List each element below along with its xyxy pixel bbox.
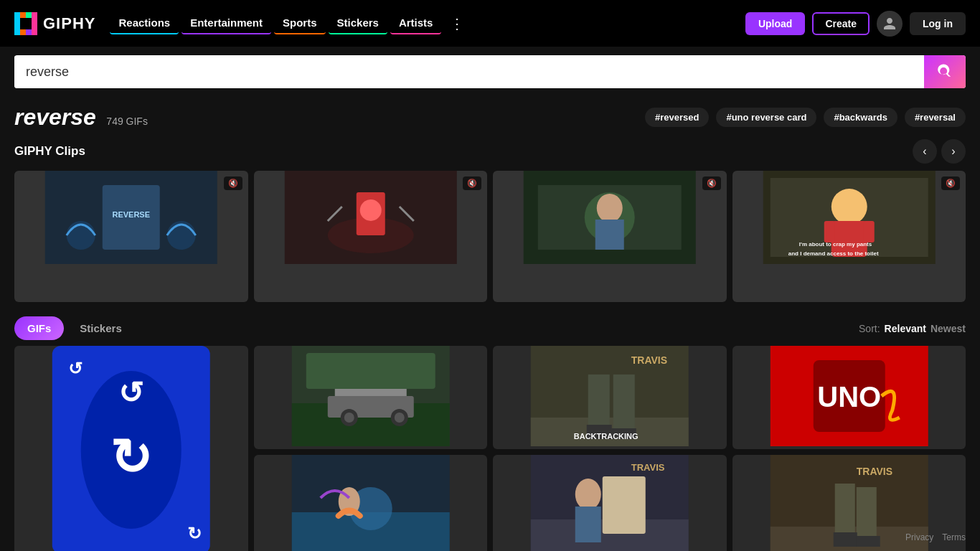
create-button[interactable]: Create [812, 12, 870, 35]
svg-text:↻: ↻ [110, 430, 152, 486]
logo-text: GIPHY [43, 14, 95, 33]
hashtag-backwards[interactable]: #backwards [824, 108, 897, 127]
tab-gifs[interactable]: GIFs [14, 316, 64, 340]
svg-rect-51 [613, 375, 635, 432]
clip-1-visual: REVERSE [14, 171, 248, 264]
gif-4-visual: UNO [732, 346, 966, 446]
main-nav: Reactions Entertainment Sports Stickers … [110, 12, 730, 35]
svg-rect-74 [856, 536, 880, 547]
hashtag-uno-reverse[interactable]: #uno reverse card [716, 108, 816, 127]
results-term: reverse [14, 104, 96, 130]
gif-5-visual [254, 455, 488, 551]
clip-item[interactable]: I'm about to crap my pants and I demand … [732, 171, 966, 302]
clip-3-mute[interactable]: 🔇 [702, 176, 721, 190]
gif-item[interactable] [254, 346, 488, 449]
svg-point-17 [359, 199, 381, 221]
content-type-tabs: GIFs Stickers [14, 316, 135, 340]
sort-bar: Sort: Relevant Newest [859, 323, 966, 334]
svg-text:TRAVIS: TRAVIS [631, 462, 665, 473]
tab-stickers[interactable]: Stickers [67, 316, 134, 340]
svg-rect-30 [863, 221, 874, 242]
gif-2-visual [254, 346, 488, 446]
svg-rect-1 [20, 12, 26, 18]
svg-rect-73 [833, 532, 857, 547]
clips-prev-button[interactable]: ‹ [913, 139, 937, 164]
svg-point-23 [597, 194, 623, 222]
gif-grid: ↺ ↻ ↺ ↻ TRAVIS BAC [0, 346, 980, 551]
nav-item-stickers[interactable]: Stickers [329, 12, 387, 34]
svg-rect-6 [20, 29, 26, 35]
svg-rect-7 [26, 29, 32, 35]
clips-next-button[interactable]: › [941, 139, 966, 164]
svg-text:TRAVIS: TRAVIS [631, 354, 667, 366]
clip-item[interactable]: 🔇 [493, 171, 727, 302]
svg-rect-5 [14, 29, 20, 35]
logo[interactable]: GIPHY [14, 12, 95, 35]
clip-nav-arrows: ‹ › [913, 139, 966, 164]
upload-button[interactable]: Upload [745, 12, 805, 35]
svg-text:and I demand access to the toi: and I demand access to the toilet [788, 250, 878, 257]
search-bar [0, 47, 980, 97]
clips-grid: REVERSE 🔇 🔇 [14, 171, 966, 302]
clip-1-mute[interactable]: 🔇 [224, 176, 242, 190]
privacy-link[interactable]: Privacy [905, 532, 933, 542]
user-avatar[interactable] [877, 11, 903, 37]
sort-newest[interactable]: Newest [930, 323, 966, 334]
footer-links: Privacy Terms [905, 532, 966, 542]
clip-4-visual: I'm about to crap my pants and I demand … [732, 171, 966, 264]
svg-text:I'm about to crap my pants: I'm about to crap my pants [798, 241, 872, 248]
search-button[interactable] [924, 55, 966, 88]
svg-point-46 [394, 413, 404, 423]
mute-icon: 🔇 [946, 179, 956, 188]
clip-4-mute[interactable]: 🔇 [941, 176, 960, 190]
header-actions: Upload Create Log in [745, 11, 966, 37]
hashtag-list: #reversed #uno reverse card #backwards #… [645, 108, 966, 127]
nav-item-reactions[interactable]: Reactions [110, 12, 179, 34]
results-header: reverse 749 GIFs #reversed #uno reverse … [0, 97, 980, 136]
hashtag-reversal[interactable]: #reversal [905, 108, 966, 127]
hashtag-reversed[interactable]: #reversed [645, 108, 709, 127]
svg-rect-2 [26, 12, 32, 18]
clips-header: GIPHY Clips ‹ › [14, 139, 966, 164]
clip-2-visual [254, 171, 488, 264]
svg-rect-24 [595, 220, 624, 250]
nav-more-icon[interactable]: ⋮ [444, 12, 470, 35]
nav-item-artists[interactable]: Artists [390, 12, 442, 34]
svg-text:↻: ↻ [187, 524, 202, 543]
gif-item[interactable]: UNO [732, 346, 966, 449]
mute-icon: 🔇 [707, 179, 717, 188]
login-button[interactable]: Log in [910, 12, 966, 35]
svg-rect-71 [834, 484, 854, 537]
clip-item[interactable]: REVERSE 🔇 [14, 171, 248, 302]
gif-item[interactable] [254, 455, 488, 551]
search-icon [937, 64, 953, 80]
svg-text:BACKTRACKING: BACKTRACKING [574, 432, 639, 441]
gif-item[interactable]: ↺ ↻ ↺ ↻ [14, 346, 248, 551]
svg-rect-4 [14, 18, 20, 29]
sort-relevant[interactable]: Relevant [885, 323, 926, 334]
svg-rect-47 [306, 353, 435, 389]
svg-text:TRAVIS: TRAVIS [856, 466, 892, 477]
gif-6-visual: TRAVIS [493, 455, 727, 551]
mute-icon: 🔇 [467, 179, 477, 188]
svg-point-44 [344, 413, 354, 423]
search-input[interactable] [14, 56, 924, 88]
nav-item-sports[interactable]: Sports [274, 12, 326, 34]
gif-item[interactable]: TRAVIS [493, 455, 727, 551]
svg-rect-67 [575, 507, 601, 542]
clip-2-mute[interactable]: 🔇 [463, 176, 481, 190]
clip-item[interactable]: 🔇 [254, 171, 488, 302]
gif-tabs: GIFs Stickers Sort: Relevant Newest [0, 311, 980, 346]
svg-rect-8 [32, 18, 37, 35]
user-icon [882, 17, 897, 31]
gif-1-visual: ↺ ↻ ↺ ↻ [14, 346, 248, 551]
nav-item-entertainment[interactable]: Entertainment [182, 12, 271, 34]
terms-link[interactable]: Terms [942, 532, 966, 542]
results-title-group: reverse 749 GIFs [14, 104, 148, 131]
svg-text:↺: ↺ [118, 376, 143, 410]
svg-rect-0 [14, 12, 20, 18]
svg-rect-72 [856, 487, 876, 541]
svg-rect-3 [32, 12, 37, 18]
svg-rect-50 [588, 375, 610, 432]
gif-item[interactable]: TRAVIS BACKTRACKING [493, 346, 727, 449]
